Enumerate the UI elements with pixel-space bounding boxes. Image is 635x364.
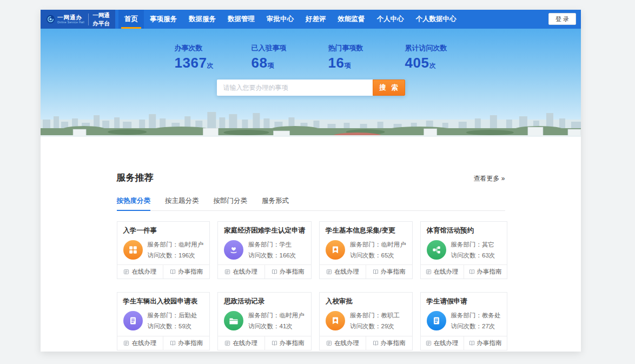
stat-value: 405	[405, 55, 429, 71]
stat-value: 16	[328, 55, 345, 71]
card-info: 服务部门：后勤处 访问次数：59次	[148, 310, 197, 332]
card-title: 家庭经济困难学生认定申请	[218, 222, 311, 235]
view-more-link[interactable]: 查看更多 »	[473, 174, 505, 183]
online-handle-button[interactable]: 在线办理	[320, 265, 366, 279]
visits-value: 65次	[381, 252, 394, 259]
guide-book-icon	[469, 269, 475, 275]
department-label: 服务部门：	[451, 241, 482, 248]
service-guide-button[interactable]: 办事指南	[264, 336, 312, 350]
logo-words: 一网通办 Online Service Hall	[57, 15, 84, 24]
service-guide-button[interactable]: 办事指南	[464, 265, 507, 279]
online-handle-button[interactable]: 在线办理	[117, 265, 163, 279]
stat-value: 68	[252, 55, 268, 71]
visits-label: 访问次数：	[248, 252, 280, 259]
service-guide-button[interactable]: 办事指南	[464, 336, 507, 350]
tab-by-popularity[interactable]: 按热度分类	[117, 196, 151, 210]
service-guide-label: 办事指南	[381, 268, 406, 276]
online-form-icon	[123, 340, 129, 346]
nav-item-matters[interactable]: 事项服务	[144, 10, 183, 29]
tab-by-service-form[interactable]: 服务形式	[262, 196, 289, 210]
online-handle-label: 在线办理	[434, 339, 459, 347]
service-guide-label: 办事指南	[477, 268, 502, 276]
stat-unit: 项	[344, 62, 350, 69]
department-label: 服务部门：	[350, 241, 381, 248]
online-handle-button[interactable]: 在线办理	[320, 336, 366, 350]
services-section: 服务推荐 查看更多 » 按热度分类 按主题分类 按部门分类 服务形式 入学一件事	[117, 137, 505, 350]
service-guide-button[interactable]: 办事指南	[264, 265, 312, 279]
nav-item-efficiency[interactable]: 效能监督	[332, 10, 371, 29]
nav-item-ratings[interactable]: 好差评	[300, 10, 332, 29]
card-body: 服务部门：临时用户 访问次数：41次	[218, 306, 311, 335]
guide-book-icon	[170, 269, 176, 275]
visits-label: 访问次数：	[148, 323, 179, 329]
brand-logo[interactable]: 一网通办 Online Service Hall 一网通办平台	[41, 10, 115, 29]
visits-value: 59次	[178, 323, 191, 329]
visits-label: 访问次数：	[451, 252, 482, 259]
online-handle-button[interactable]: 在线办理	[218, 336, 264, 350]
visits-value: 27次	[482, 323, 495, 329]
service-guide-button[interactable]: 办事指南	[366, 265, 412, 279]
visits-label: 访问次数：	[148, 252, 179, 259]
stat-label: 已入驻事项	[252, 43, 294, 53]
service-card: 学生基本信息采集/变更 服务部门：临时用户 访问次数：65次	[319, 221, 413, 279]
card-body: 服务部门：教职工 访问次数：29次	[320, 306, 412, 335]
search-input[interactable]	[217, 80, 373, 96]
online-handle-label: 在线办理	[233, 339, 257, 347]
online-handle-button[interactable]: 在线办理	[421, 265, 464, 279]
department-value: 教职工	[381, 312, 400, 319]
tab-by-theme[interactable]: 按主题分类	[165, 196, 199, 210]
guide-book-icon	[373, 340, 379, 346]
guide-book-icon	[373, 269, 379, 275]
service-guide-label: 办事指南	[381, 339, 406, 347]
file-lines-icon	[427, 311, 446, 330]
stat-transactions: 办事次数 1367次	[175, 43, 217, 71]
service-guide-button[interactable]: 办事指南	[163, 265, 209, 279]
online-handle-button[interactable]: 在线办理	[117, 336, 163, 350]
service-guide-button[interactable]: 办事指南	[366, 336, 412, 350]
nav-item-data-management[interactable]: 数据管理	[222, 10, 261, 29]
guide-book-icon	[469, 340, 475, 346]
nav-item-home[interactable]: 首页	[118, 10, 144, 29]
top-navbar: 一网通办 Online Service Hall 一网通办平台 首页 事项服务 …	[41, 10, 581, 29]
stat-hot-items: 热门事项数 16项	[328, 43, 371, 71]
service-guide-button[interactable]: 办事指南	[163, 336, 209, 350]
nav-item-personal-data-center[interactable]: 个人数据中心	[410, 10, 462, 29]
service-guide-label: 办事指南	[280, 268, 305, 276]
visits-value: 29次	[381, 323, 394, 329]
department-value: 临时用户	[178, 241, 203, 248]
online-handle-button[interactable]: 在线办理	[218, 265, 264, 279]
card-info: 服务部门：其它 访问次数：63次	[451, 239, 495, 261]
folder-icon	[224, 311, 243, 330]
stat-label: 热门事项数	[328, 43, 371, 53]
search-button[interactable]: 搜 索	[373, 80, 405, 96]
department-label: 服务部门：	[148, 241, 179, 248]
login-button[interactable]: 登 录	[548, 13, 576, 25]
nav-item-data-services[interactable]: 数据服务	[183, 10, 222, 29]
guide-book-icon	[272, 269, 277, 275]
card-body: 服务部门：其它 访问次数：63次	[421, 235, 507, 264]
nav-item-approval-center[interactable]: 审批中心	[261, 10, 300, 29]
platform-name: 一网通办平台	[92, 11, 111, 27]
department-value: 教务处	[482, 312, 501, 319]
card-footer: 在线办理 办事指南	[320, 264, 412, 279]
online-handle-label: 在线办理	[434, 268, 459, 276]
visits-label: 访问次数：	[350, 252, 381, 259]
service-card: 学生请假申请 服务部门：教务处 访问次数：27次	[420, 292, 507, 350]
service-card: 学生车辆出入校园申请表 服务部门：后勤处 访问次数：59次	[117, 292, 210, 350]
service-card: 入校审批 服务部门：教职工 访问次数：29次	[319, 292, 413, 350]
online-handle-label: 在线办理	[334, 268, 359, 276]
tab-by-department[interactable]: 按部门分类	[214, 196, 248, 210]
department-label: 服务部门：	[350, 312, 381, 319]
visits-label: 访问次数：	[451, 323, 482, 329]
department-value: 学生	[280, 241, 292, 248]
card-body: 服务部门：教务处 访问次数：27次	[421, 306, 507, 335]
online-form-icon	[123, 269, 129, 275]
visits-value: 41次	[280, 323, 293, 329]
apps-grid-icon	[123, 240, 143, 260]
visits-label: 访问次数：	[248, 323, 280, 329]
card-info: 服务部门：教职工 访问次数：29次	[350, 310, 400, 332]
online-handle-button[interactable]: 在线办理	[421, 336, 464, 350]
nav-item-personal-center[interactable]: 个人中心	[371, 10, 410, 29]
service-guide-label: 办事指南	[477, 339, 502, 347]
card-footer: 在线办理 办事指南	[117, 264, 210, 279]
